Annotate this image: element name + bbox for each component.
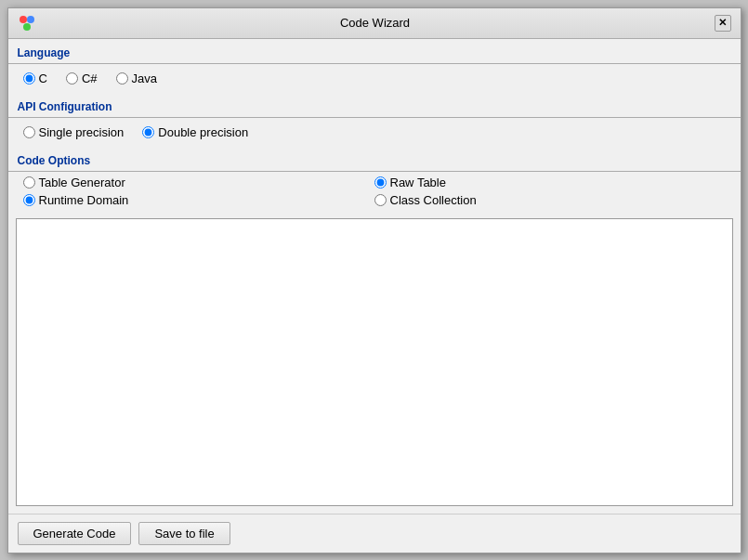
code-options-section-label: Code Options xyxy=(8,147,741,171)
api-radio-group: Single precision Double precision xyxy=(8,122,741,147)
language-divider xyxy=(8,63,741,64)
language-csharp-radio[interactable] xyxy=(66,72,78,85)
language-c-radio[interactable] xyxy=(23,72,35,85)
api-single-option[interactable]: Single precision xyxy=(23,125,125,139)
language-section-label: Language xyxy=(8,39,741,63)
table-generator-radio[interactable] xyxy=(23,176,35,189)
class-collection-radio[interactable] xyxy=(374,194,387,206)
language-c-option[interactable]: C xyxy=(23,72,47,85)
save-to-file-button[interactable]: Save to file xyxy=(138,522,230,545)
table-generator-option[interactable]: Table Generator xyxy=(23,176,374,189)
svg-point-0 xyxy=(20,16,27,23)
api-double-label[interactable]: Double precision xyxy=(158,125,248,139)
api-single-label[interactable]: Single precision xyxy=(39,125,125,139)
language-csharp-label[interactable]: C# xyxy=(82,72,98,85)
title-text: Code Wizard xyxy=(340,16,410,30)
language-java-label[interactable]: Java xyxy=(132,72,157,85)
runtime-domain-option[interactable]: Runtime Domain xyxy=(23,193,374,207)
close-button[interactable]: ✕ xyxy=(715,15,731,32)
code-wizard-dialog: Code Wizard ✕ Language C C# Java API Con… xyxy=(7,7,741,553)
generate-code-button[interactable]: Generate Code xyxy=(18,522,132,545)
raw-table-radio[interactable] xyxy=(374,176,387,189)
code-options-divider xyxy=(8,171,741,172)
title-bar: Code Wizard ✕ xyxy=(8,8,741,39)
bottom-bar: Generate Code Save to file xyxy=(8,514,741,553)
raw-table-option[interactable]: Raw Table xyxy=(374,176,726,189)
language-radio-group: C C# Java xyxy=(8,68,741,93)
language-java-radio[interactable] xyxy=(116,72,128,85)
language-java-option[interactable]: Java xyxy=(116,72,157,85)
runtime-domain-label[interactable]: Runtime Domain xyxy=(39,193,129,207)
svg-point-2 xyxy=(23,23,31,31)
svg-point-1 xyxy=(27,16,34,23)
class-collection-label[interactable]: Class Collection xyxy=(390,193,477,207)
title-bar-left xyxy=(18,14,36,33)
api-section-label: API Configuration xyxy=(8,93,741,117)
table-generator-label[interactable]: Table Generator xyxy=(39,176,125,189)
dialog-title: Code Wizard xyxy=(36,16,715,30)
class-collection-option[interactable]: Class Collection xyxy=(374,193,726,207)
language-c-label[interactable]: C xyxy=(39,72,47,85)
raw-table-label[interactable]: Raw Table xyxy=(390,176,446,189)
api-double-radio[interactable] xyxy=(142,126,154,138)
app-icon xyxy=(18,14,36,33)
api-single-radio[interactable] xyxy=(23,126,35,138)
api-double-option[interactable]: Double precision xyxy=(142,125,248,139)
code-textarea[interactable] xyxy=(17,219,732,505)
code-area-wrapper xyxy=(16,218,733,506)
language-csharp-option[interactable]: C# xyxy=(66,72,98,85)
code-options-grid: Table Generator Raw Table Runtime Domain… xyxy=(8,176,741,215)
runtime-domain-radio[interactable] xyxy=(23,194,35,206)
api-divider xyxy=(8,117,741,118)
